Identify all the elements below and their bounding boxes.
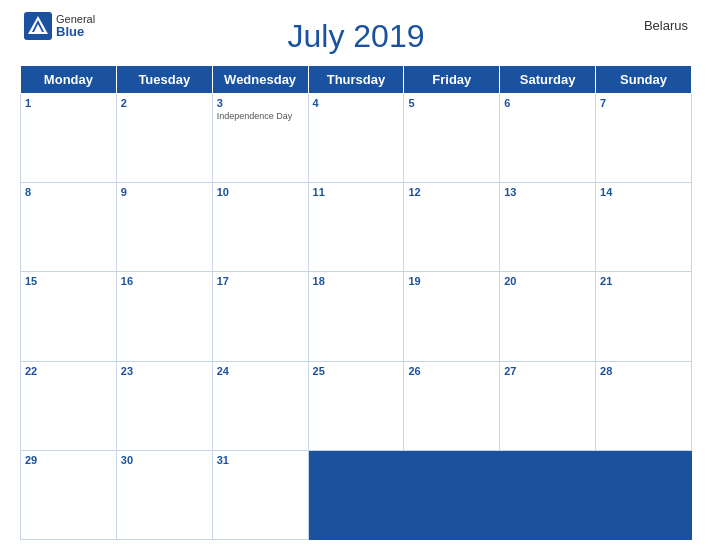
calendar-day-cell: 14	[596, 183, 692, 272]
calendar-day-cell	[308, 450, 404, 539]
calendar-day-cell: 31	[212, 450, 308, 539]
calendar-day-cell	[500, 450, 596, 539]
calendar-day-cell: 13	[500, 183, 596, 272]
calendar-week-row: 15161718192021	[21, 272, 692, 361]
calendar-day-cell: 5	[404, 94, 500, 183]
calendar-week-row: 22232425262728	[21, 361, 692, 450]
calendar-day-cell: 29	[21, 450, 117, 539]
day-event: Independence Day	[217, 111, 304, 121]
day-number: 23	[121, 365, 208, 377]
day-number: 7	[600, 97, 687, 109]
day-number: 20	[504, 275, 591, 287]
day-number: 19	[408, 275, 495, 287]
calendar-day-cell: 12	[404, 183, 500, 272]
logo: General Blue	[24, 12, 95, 40]
calendar-header-row: Monday Tuesday Wednesday Thursday Friday…	[21, 66, 692, 94]
calendar-week-row: 123Independence Day4567	[21, 94, 692, 183]
day-number: 26	[408, 365, 495, 377]
calendar-day-cell: 11	[308, 183, 404, 272]
day-number: 18	[313, 275, 400, 287]
day-number: 22	[25, 365, 112, 377]
col-wednesday: Wednesday	[212, 66, 308, 94]
calendar-day-cell: 26	[404, 361, 500, 450]
calendar-week-row: 891011121314	[21, 183, 692, 272]
country-label: Belarus	[644, 18, 688, 33]
calendar-day-cell: 6	[500, 94, 596, 183]
calendar-day-cell: 8	[21, 183, 117, 272]
day-number: 15	[25, 275, 112, 287]
day-number: 14	[600, 186, 687, 198]
logo-blue-text: Blue	[56, 25, 95, 38]
day-number: 24	[217, 365, 304, 377]
calendar-day-cell: 15	[21, 272, 117, 361]
calendar-day-cell: 23	[116, 361, 212, 450]
calendar-day-cell: 4	[308, 94, 404, 183]
calendar-day-cell	[404, 450, 500, 539]
calendar-day-cell: 22	[21, 361, 117, 450]
calendar-day-cell: 7	[596, 94, 692, 183]
day-number: 3	[217, 97, 304, 109]
day-number: 5	[408, 97, 495, 109]
calendar-day-cell: 25	[308, 361, 404, 450]
calendar-week-row: 293031	[21, 450, 692, 539]
col-friday: Friday	[404, 66, 500, 94]
calendar-day-cell: 21	[596, 272, 692, 361]
calendar-day-cell: 18	[308, 272, 404, 361]
day-number: 17	[217, 275, 304, 287]
day-number: 21	[600, 275, 687, 287]
day-number: 25	[313, 365, 400, 377]
calendar-day-cell: 27	[500, 361, 596, 450]
calendar-day-cell: 3Independence Day	[212, 94, 308, 183]
calendar-day-cell: 10	[212, 183, 308, 272]
calendar-title: July 2019	[288, 18, 425, 55]
col-monday: Monday	[21, 66, 117, 94]
day-number: 4	[313, 97, 400, 109]
logo-icon	[24, 12, 52, 40]
calendar-day-cell: 19	[404, 272, 500, 361]
day-number: 31	[217, 454, 304, 466]
calendar-day-cell: 1	[21, 94, 117, 183]
calendar-day-cell: 2	[116, 94, 212, 183]
day-number: 1	[25, 97, 112, 109]
day-number: 9	[121, 186, 208, 198]
col-thursday: Thursday	[308, 66, 404, 94]
day-number: 28	[600, 365, 687, 377]
col-tuesday: Tuesday	[116, 66, 212, 94]
day-number: 11	[313, 186, 400, 198]
day-number: 29	[25, 454, 112, 466]
calendar-table: Monday Tuesday Wednesday Thursday Friday…	[20, 65, 692, 540]
day-number: 30	[121, 454, 208, 466]
calendar-day-cell: 30	[116, 450, 212, 539]
col-saturday: Saturday	[500, 66, 596, 94]
calendar-day-cell: 9	[116, 183, 212, 272]
calendar-day-cell: 20	[500, 272, 596, 361]
day-number: 6	[504, 97, 591, 109]
calendar-day-cell: 16	[116, 272, 212, 361]
calendar-day-cell: 24	[212, 361, 308, 450]
day-number: 12	[408, 186, 495, 198]
calendar-day-cell	[596, 450, 692, 539]
day-number: 2	[121, 97, 208, 109]
col-sunday: Sunday	[596, 66, 692, 94]
day-number: 13	[504, 186, 591, 198]
day-number: 10	[217, 186, 304, 198]
day-number: 8	[25, 186, 112, 198]
day-number: 27	[504, 365, 591, 377]
calendar-day-cell: 28	[596, 361, 692, 450]
day-number: 16	[121, 275, 208, 287]
calendar-day-cell: 17	[212, 272, 308, 361]
